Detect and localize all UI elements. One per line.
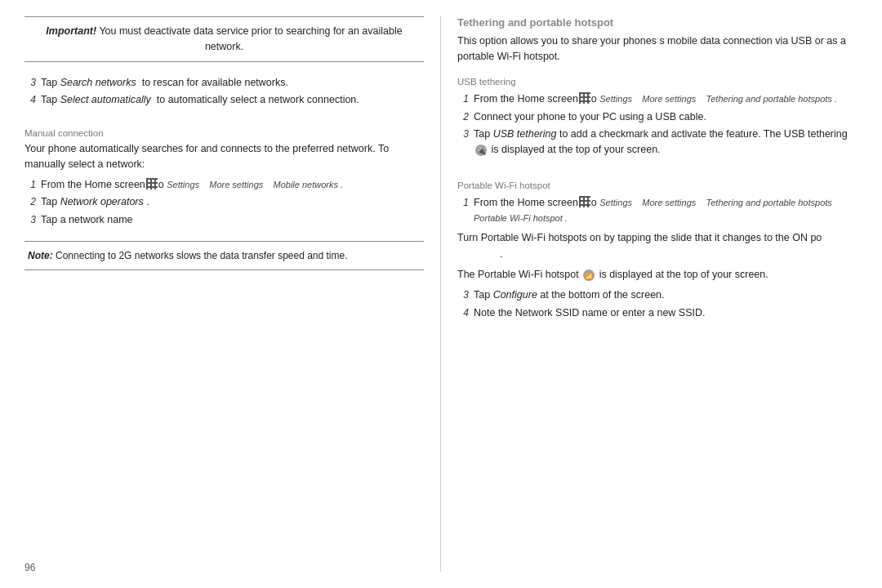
manual-connection-section: Manual connection Your phone automatical…: [24, 122, 424, 233]
portable-wifi-section: Portable Wi-Fi hotspot 1 From the Home s…: [457, 174, 858, 326]
usb-step-2-content: Connect your phone to your PC using a US…: [474, 109, 858, 125]
portable-step-1: 1 From the Home screeno Settings More se…: [457, 195, 858, 226]
usb-step-1-sub: Settings More settings Tethering and por…: [599, 94, 837, 104]
wifi-icon: 📶: [582, 269, 595, 282]
usb-step-1: 1 From the Home screeno Settings More se…: [457, 91, 858, 107]
manual-step-1-content: From the Home screeno Settings More sett…: [41, 177, 424, 193]
search-networks-label: Search networks: [57, 77, 136, 88]
select-automatically-label: Select automatically: [57, 94, 151, 105]
important-text: Important! You must deactivate data serv…: [28, 24, 421, 55]
left-column: Important! You must deactivate data serv…: [24, 16, 441, 572]
manual-step-2: 2 Tap Network operators .: [24, 194, 424, 210]
important-notice: Important! You must deactivate data serv…: [24, 16, 424, 62]
grid-icon-1: [146, 178, 158, 189]
portable-step-1-num: 1: [457, 195, 469, 226]
usb-tethering-label: USB tethering: [490, 128, 556, 140]
step-4: 4 Tap Select automatically to automatica…: [24, 92, 424, 108]
manual-step-1: 1 From the Home screeno Settings More se…: [24, 177, 424, 193]
configure-label: Configure: [490, 289, 537, 301]
svg-text:🔌: 🔌: [477, 146, 487, 156]
portable-step-3: 3 Tap Configure at the bottom of the scr…: [457, 287, 858, 303]
portable-step-1-content: From the Home screeno Settings More sett…: [474, 195, 858, 226]
manual-step-3-num: 3: [24, 212, 36, 228]
manual-step-2-content: Tap Network operators .: [41, 194, 424, 210]
portable-step-1-sub: Settings More settings Tethering and por…: [474, 198, 840, 223]
step-4-num: 4: [24, 92, 36, 108]
manual-step-2-num: 2: [24, 194, 36, 210]
step-3: 3 Tap Search networks to rescan for avai…: [24, 75, 424, 91]
portable-step-4: 4 Note the Network SSID name or enter a …: [457, 305, 858, 321]
portable-body-2: The Portable Wi-Fi hotspot 📶 is displaye…: [457, 267, 858, 283]
rescan-steps: 3 Tap Search networks to rescan for avai…: [24, 75, 424, 111]
manual-step-1-sub: Settings More settings Mobile networks .: [167, 180, 343, 189]
portable-steps-2: 3 Tap Configure at the bottom of the scr…: [457, 287, 858, 321]
usb-step-1-content: From the Home screeno Settings More sett…: [474, 91, 858, 107]
portable-body-1: Turn Portable Wi-Fi hotspots on by tappi…: [457, 230, 858, 262]
right-intro: This option allows you to share your pho…: [457, 33, 858, 65]
grid-icon-portable-1: [579, 196, 590, 207]
usb-step-3: 3 Tap USB tethering to add a checkmark a…: [457, 127, 858, 158]
step-3-content: Tap Search networks to rescan for availa…: [41, 75, 424, 91]
manual-connection-title: Manual connection: [24, 128, 424, 138]
usb-step-1-num: 1: [457, 91, 469, 107]
usb-steps: 1 From the Home screeno Settings More se…: [457, 91, 858, 158]
step-3-num: 3: [24, 75, 36, 91]
page-number: 96: [24, 562, 35, 573]
note-text: Note: Connecting to 2G networks slows th…: [28, 248, 421, 263]
portable-steps: 1 From the Home screeno Settings More se…: [457, 195, 858, 226]
usb-step-3-content: Tap USB tethering to add a checkmark and…: [474, 127, 858, 158]
usb-step-2-num: 2: [457, 109, 469, 125]
manual-step-1-num: 1: [24, 177, 36, 193]
usb-step-3-num: 3: [457, 127, 469, 158]
manual-steps: 1 From the Home screeno Settings More se…: [24, 177, 424, 228]
manual-step-3: 3 Tap a network name: [24, 212, 424, 228]
grid-icon-usb-1: [579, 92, 590, 104]
usb-tethering-section: USB tethering 1 From the Home screeno Se…: [457, 70, 858, 163]
usb-icon: 🔌: [474, 144, 488, 157]
svg-text:📶: 📶: [585, 272, 593, 280]
portable-step-4-num: 4: [457, 305, 469, 321]
step-4-content: Tap Select automatically to automaticall…: [41, 92, 424, 108]
important-label: Important!: [46, 25, 96, 37]
right-main-title: Tethering and portable hotspot: [457, 16, 858, 29]
manual-step-3-content: Tap a network name: [41, 212, 424, 228]
note-box: Note: Connecting to 2G networks slows th…: [24, 241, 424, 270]
right-column: Tethering and portable hotspot This opti…: [441, 16, 858, 572]
important-body: You must deactivate data service prior t…: [99, 25, 402, 52]
usb-step-2: 2 Connect your phone to your PC using a …: [457, 109, 858, 125]
manual-connection-body: Your phone automatically searches for an…: [24, 141, 424, 172]
usb-tethering-title: USB tethering: [457, 77, 858, 87]
note-label: Note:: [28, 250, 53, 261]
note-body: Connecting to 2G networks slows the data…: [56, 250, 348, 261]
portable-wifi-title: Portable Wi-Fi hotspot: [457, 180, 858, 190]
portable-step-3-content: Tap Configure at the bottom of the scree…: [474, 287, 858, 303]
network-operators-label: Network operators: [57, 196, 144, 207]
portable-step-3-num: 3: [457, 287, 469, 303]
portable-step-4-content: Note the Network SSID name or enter a ne…: [474, 305, 858, 321]
